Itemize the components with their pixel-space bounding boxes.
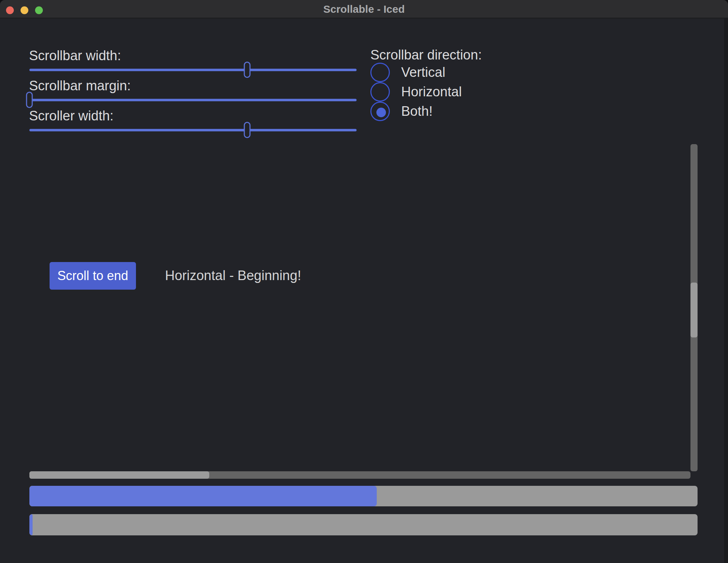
scrollbar-width-slider-handle[interactable] [244,62,251,78]
vertical-scrollbar-thumb[interactable] [690,283,698,337]
scrollbar-margin-slider[interactable] [29,99,357,101]
vertical-progress-fill [29,514,33,535]
scroller-width-slider-handle[interactable] [244,122,251,138]
scrollbar-width-label: Scrollbar width: [29,48,121,63]
vertical-progress-bar [29,514,698,535]
scroller-width-label: Scroller width: [29,108,114,124]
radio-circle-icon [370,63,390,82]
scroll-to-end-button[interactable]: Scroll to end [50,262,136,290]
radio-selected-dot [376,108,386,117]
horizontal-scrollbar-thumb[interactable] [29,471,209,479]
scrollbar-direction-label: Scrollbar direction: [370,47,482,63]
horizontal-progress-fill [29,486,377,506]
scrollbar-margin-slider-handle[interactable] [26,92,33,108]
radio-circle-icon [370,102,390,121]
radio-horizontal[interactable]: Horizontal [370,82,498,102]
scrollbar-width-slider[interactable] [29,69,357,71]
radio-vertical[interactable]: Vertical [370,63,498,82]
radio-horizontal-label: Horizontal [401,84,462,99]
radio-circle-icon [370,82,390,102]
horizontal-scrollbar-rail[interactable] [29,471,690,479]
scroller-width-slider[interactable] [29,129,357,131]
horizontal-progress-bar [29,486,698,506]
app-window: Scrollable - Iced Scrollbar width: Scrol… [0,0,728,563]
radio-vertical-label: Vertical [401,65,445,80]
window-right-edge [724,18,728,563]
window-title: Scrollable - Iced [0,0,728,18]
vertical-scrollbar-rail[interactable] [690,144,698,471]
radio-both[interactable]: Both! [370,102,498,121]
scrollbar-margin-label: Scrollbar margin: [29,78,131,93]
window-titlebar: Scrollable - Iced [0,0,728,18]
radio-both-label: Both! [401,104,433,119]
scroll-status-text: Horizontal - Beginning! [165,268,301,283]
